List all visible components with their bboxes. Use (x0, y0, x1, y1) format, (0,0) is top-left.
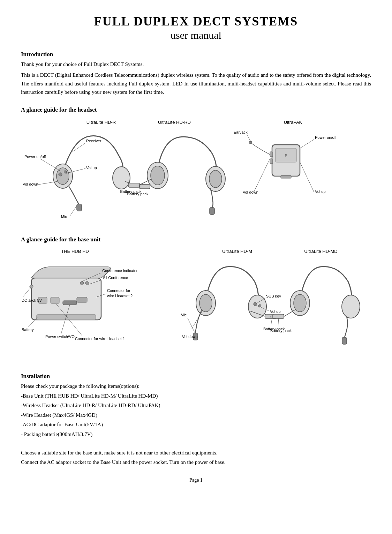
ann-battery: Battery (22, 328, 34, 332)
ann-hdm-mic: Mic (181, 313, 187, 317)
ann-line-hdm-mic (188, 318, 195, 333)
label-hub: THE HUB HD (61, 249, 89, 254)
hdmd-mic-arm (345, 316, 347, 337)
ann-receiver: Receiver (86, 139, 101, 143)
ann-line-pak-volup (300, 162, 314, 192)
hdmd-earcup-right (342, 295, 360, 318)
ann-conf-ind: Conference indicator (102, 269, 138, 273)
ann-line-earjack (247, 134, 251, 142)
introduction-heading: Introduction (21, 51, 371, 58)
hdrd-earcup-right-inner (209, 170, 222, 188)
hdr-mic-arm (69, 187, 80, 206)
headset-guide-section: A glance guide for the headset UltraLite… (21, 106, 371, 226)
installation-heading: Installation (21, 373, 371, 380)
hub-power-switch (63, 301, 77, 305)
headset-diagram-wrapper: UltraLite HD-R UltraLite HD-RD UltraPAK (21, 117, 371, 226)
ann-battery-hdrd: Battery pack (120, 189, 142, 194)
label-hdrd: UltraLite HD-RD (158, 120, 191, 125)
ann-hdm-voldown: Vol down (182, 334, 198, 339)
ann-mic: Mic (61, 215, 67, 219)
ann-conn2b: wire Headset 2 (107, 294, 133, 298)
intro-para1: Thank you for your choice of Full Duplex… (21, 60, 371, 69)
ann-all-conf: All Conference (103, 276, 128, 280)
ann-hdmd-battery: Battery pack (270, 329, 292, 333)
hdrd-mic-arm (210, 188, 213, 208)
installation-section: Installation Please check your package t… (21, 373, 371, 467)
install-para2: Choose a suitable site for the base unit… (21, 449, 371, 458)
ann-pak-power: Power on/off (315, 135, 337, 140)
page-title: FULL DUPLEX DECT SYSTEMS user manual (21, 14, 371, 41)
hdr-earcup-inner (56, 168, 69, 185)
ann-conn1: Connector for wire Headset 1 (75, 337, 125, 341)
label-hdr: UltraLite HD-R (86, 120, 116, 125)
hdm-earcup-right (248, 295, 266, 318)
hub-indicator1 (80, 281, 84, 285)
ann-line-hdmd-battery (278, 318, 279, 327)
ann-vol-down: Vol down (23, 182, 38, 186)
title-line1: FULL DUPLEX DECT SYSTEMS (21, 14, 371, 29)
headset-guide-title: A glance guide for the headset (21, 106, 371, 113)
ann-power-onoff: Power on/off (24, 155, 46, 159)
headset-diagram-svg: UltraLite HD-R UltraLite HD-RD UltraPAK (21, 117, 371, 225)
hdrd-earcup-left-inner (151, 166, 165, 185)
hdmd-battery-shape (273, 314, 284, 318)
hub-top (31, 267, 111, 278)
install-item2: -Wireless Headset (UltraLite HD-R/ Ultra… (21, 401, 371, 410)
ann-line-mic (70, 205, 77, 216)
ann-line-power (40, 159, 60, 171)
install-item5: - Packing batterie(800mAH/3.7V) (21, 430, 371, 439)
hdr-earcup-right (113, 167, 130, 189)
ann-subkey: SUB key (266, 294, 281, 298)
install-item3: -Wire Headset (Max4GS/ Max4GD) (21, 411, 371, 420)
install-para1: Please check your package the following … (21, 382, 371, 391)
base-guide-section: A glance guide for the base unit THE HUB… (21, 236, 371, 363)
hdm-earcup-left-inner (199, 294, 212, 312)
ann-line-hdm-voldown (192, 311, 202, 329)
ultrapak-connector (281, 175, 291, 178)
installation-body: Please check your package the following … (21, 382, 371, 467)
ultrapak-btn1 (270, 152, 273, 157)
ann-conn2: Connector for (107, 288, 130, 293)
label-hdm: UltraLite HD-M (222, 249, 252, 254)
install-para3: Connect the AC adaptor socket to the Bas… (21, 458, 371, 467)
ann-earjack: EarJack (234, 130, 248, 134)
ann-vol-up: Vol up (86, 166, 97, 170)
ultrapak-earjack-plug (249, 141, 252, 144)
ann-line-pak-voldown (254, 159, 270, 192)
hub-connector2 (51, 297, 59, 303)
hdr-mic-capsule (77, 204, 82, 211)
install-item1: -Base Unit (THE HUB HD/ UltraLite HD-M/ … (21, 392, 371, 401)
hub-indicator2 (85, 281, 89, 285)
ann-line-pak-power (300, 140, 314, 148)
hub-battery-slot (37, 315, 96, 320)
ann-pak-voldown: Vol down (243, 190, 258, 194)
introduction-body: Thank you for your choice of Full Duplex… (21, 60, 371, 97)
base-diagram-wrapper: THE HUB HD UltraLite HD-M UltraLite HD-M… (21, 247, 371, 363)
hdr-button2 (64, 171, 67, 173)
page-footer: Page 1 (21, 477, 371, 483)
hdmd-mic-capsule (342, 337, 347, 344)
base-diagram-svg: THE HUB HD UltraLite HD-M UltraLite HD-M… (21, 247, 371, 362)
page-number: Page 1 (189, 477, 203, 483)
ultrapak-screen-text: P (285, 154, 287, 158)
base-guide-title: A glance guide for the base unit (21, 236, 371, 243)
hdr-button1 (59, 173, 62, 176)
hdm-btn2 (258, 304, 261, 307)
label-ultrapak: UltraPAK (284, 120, 302, 125)
ann-powerswitch: Power switch/VOL (45, 334, 77, 339)
ultrapak-earjack-wire (251, 143, 270, 155)
ann-hdm-volup: Vol up (270, 309, 281, 314)
hdr-battery-pack (140, 185, 150, 189)
introduction-section: Introduction Thank you for your choice o… (21, 51, 371, 97)
ann-dcjack: DC Jack 5V (22, 298, 42, 302)
label-hdmd: UltraLite HD-MD (304, 249, 337, 254)
ann-pak-volup: Vol up (315, 189, 326, 194)
hdrd-mic-capsule (210, 208, 214, 215)
ultrapak-btn2 (270, 159, 273, 164)
intro-para2: This is a DECT (Digital Enhanced Cordles… (21, 71, 371, 97)
title-line2: user manual (21, 29, 371, 41)
install-item4: -AC/DC adaptor for Base Unit(5V/1A) (21, 420, 371, 429)
hdrd-battery-pack-shape (128, 183, 140, 187)
hub-eject (77, 297, 87, 302)
ann-line-dcjack (23, 287, 31, 297)
